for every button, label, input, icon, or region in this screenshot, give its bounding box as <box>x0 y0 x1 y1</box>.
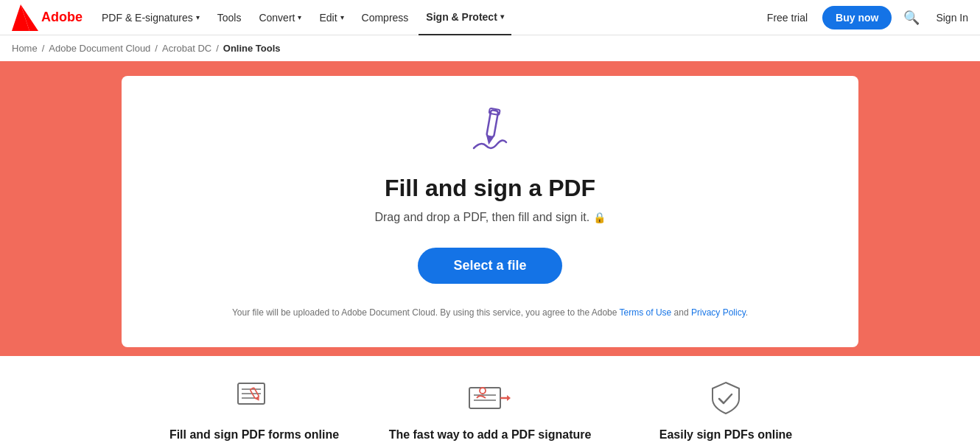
nav-convert[interactable]: Convert ▾ <box>251 0 309 35</box>
add-signature-icon <box>468 380 512 418</box>
lock-icon: 🔒 <box>593 212 606 223</box>
sign-in-link[interactable]: Sign In <box>936 12 968 24</box>
features-section: Fill and sign PDF forms online The fast … <box>0 356 980 442</box>
fill-sign-forms-icon <box>235 380 273 418</box>
sign-online-icon <box>707 380 745 418</box>
adobe-logo[interactable]: Adobe <box>12 4 83 31</box>
top-nav: Adobe PDF & E-signatures ▾ Tools Convert… <box>0 0 980 35</box>
breadcrumb-current: Online Tools <box>223 43 281 54</box>
feature-add-signature-title: The fast way to add a PDF signature <box>389 428 592 442</box>
card-legal-text: Your file will be uploaded to Adobe Docu… <box>232 307 748 318</box>
breadcrumb-sep2: / <box>155 43 158 54</box>
chevron-down-icon: ▾ <box>298 13 301 21</box>
breadcrumb-adc[interactable]: Adobe Document Cloud <box>49 43 150 54</box>
feature-sign-online-title: Easily sign PDFs online <box>659 428 793 442</box>
feature-fill-sign-title: Fill and sign PDF forms online <box>169 428 339 442</box>
feature-fill-sign: Fill and sign PDF forms online <box>136 380 372 442</box>
breadcrumb-home[interactable]: Home <box>12 43 38 54</box>
upload-card: Fill and sign a PDF Drag and drop a PDF,… <box>122 76 858 347</box>
breadcrumb-sep3: / <box>216 43 219 54</box>
svg-point-16 <box>480 388 486 394</box>
card-title: Fill and sign a PDF <box>385 175 595 202</box>
feature-add-signature: The fast way to add a PDF signature <box>372 380 608 442</box>
chevron-down-icon: ▾ <box>500 13 504 21</box>
search-icon[interactable]: 🔍 <box>903 10 920 26</box>
nav-free-trial[interactable]: Free trial <box>760 12 815 24</box>
breadcrumb-sep: / <box>42 43 45 54</box>
svg-marker-15 <box>507 395 511 401</box>
feature-sign-online: Easily sign PDFs online <box>608 380 844 442</box>
card-subtitle: Drag and drop a PDF, then fill and sign … <box>374 211 605 224</box>
buy-now-button[interactable]: Buy now <box>822 6 892 29</box>
nav-compress[interactable]: Compress <box>354 0 416 35</box>
breadcrumb: Home / Adobe Document Cloud / Acrobat DC… <box>0 35 980 61</box>
privacy-policy-link[interactable]: Privacy Policy <box>691 307 746 318</box>
main-section: Fill and sign a PDF Drag and drop a PDF,… <box>0 61 980 356</box>
chevron-down-icon: ▾ <box>340 13 344 21</box>
breadcrumb-acrobat[interactable]: Acrobat DC <box>162 43 211 54</box>
chevron-down-icon: ▾ <box>196 13 200 21</box>
terms-of-use-link[interactable]: Terms of Use <box>620 307 672 318</box>
svg-marker-10 <box>255 397 261 402</box>
adobe-wordmark: Adobe <box>41 10 83 25</box>
nav-tools[interactable]: Tools <box>210 0 249 35</box>
nav-pdf-esignatures[interactable]: PDF & E-signatures ▾ <box>94 0 207 35</box>
select-file-button[interactable]: Select a file <box>418 248 561 284</box>
nav-sign-protect[interactable]: Sign & Protect ▾ <box>419 0 511 35</box>
svg-marker-3 <box>485 136 494 145</box>
nav-edit[interactable]: Edit ▾ <box>312 0 351 35</box>
fill-sign-icon <box>461 105 519 160</box>
